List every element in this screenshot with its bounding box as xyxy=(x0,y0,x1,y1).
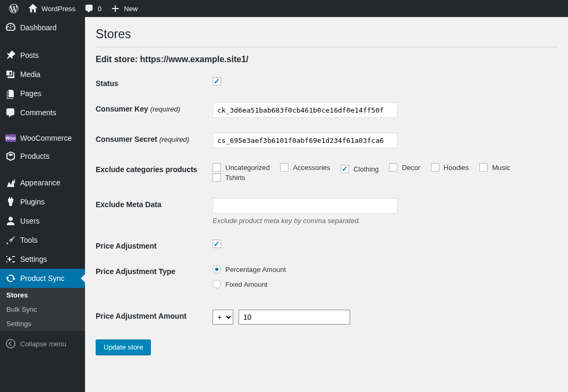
status-checkbox[interactable] xyxy=(213,77,221,86)
main-content: Stores Edit store: https://www.example.s… xyxy=(85,17,568,392)
page-icon xyxy=(5,88,16,99)
menu-media[interactable]: Media xyxy=(0,65,85,84)
price-adjustment-checkbox[interactable] xyxy=(213,240,221,248)
price-amount-label: Price Adjustment Amount xyxy=(96,310,213,320)
plugin-icon xyxy=(5,197,16,207)
woocommerce-icon: Woo xyxy=(5,134,16,142)
collapse-menu[interactable]: Collapse menu xyxy=(0,334,85,353)
svg-point-0 xyxy=(6,339,15,348)
products-icon xyxy=(5,151,16,161)
collapse-icon xyxy=(5,338,16,349)
update-store-button[interactable]: Update store xyxy=(96,339,151,355)
menu-label: Media xyxy=(20,70,40,79)
menu-tools[interactable]: Tools xyxy=(0,231,85,250)
price-adjustment-label: Price Adjustment xyxy=(96,240,213,250)
new-label: New xyxy=(124,5,138,13)
exclude-categories-field: Uncategorized Accessories Clothing Decor… xyxy=(213,163,557,183)
menu-label: Comments xyxy=(20,108,56,117)
consumer-secret-input[interactable] xyxy=(213,133,397,148)
exclude-categories-label: Exclude categories products xyxy=(96,163,213,174)
menu-users[interactable]: Users xyxy=(0,211,85,231)
exclude-meta-description: Exclude product meta key by comma separa… xyxy=(213,217,557,225)
cat-uncategorized-checkbox[interactable] xyxy=(213,163,221,172)
submenu-bulk-sync[interactable]: Bulk Sync xyxy=(0,302,85,317)
dashboard-icon xyxy=(5,22,16,33)
menu-woocommerce[interactable]: Woo WooCommerce xyxy=(0,130,85,147)
comments-count: 0 xyxy=(98,5,101,13)
price-amount-sign-select[interactable]: + xyxy=(213,310,233,325)
cat-music-checkbox[interactable] xyxy=(479,163,488,172)
menu-settings[interactable]: Settings xyxy=(0,250,85,269)
submenu-settings[interactable]: Settings xyxy=(0,317,85,331)
comment-icon xyxy=(84,3,95,14)
menu-label: Appearance xyxy=(20,178,61,187)
menu-posts[interactable]: Posts xyxy=(0,46,85,65)
admin-bar: WordPress 0 New xyxy=(0,0,568,17)
consumer-key-label: Consumer Key (required) xyxy=(96,103,213,113)
menu-comments[interactable]: Comments xyxy=(0,103,85,122)
cat-tshirts-checkbox[interactable] xyxy=(213,173,221,182)
page-subtitle: Edit store: https://www.example.site1/ xyxy=(96,55,557,64)
divider xyxy=(96,47,557,47)
product-sync-submenu: Stores Bulk Sync Settings xyxy=(0,288,85,331)
menu-pages[interactable]: Pages xyxy=(0,84,85,103)
exclude-meta-label: Exclude Meta Data xyxy=(96,198,213,209)
adminbar-comments[interactable]: 0 xyxy=(80,0,106,17)
menu-plugins[interactable]: Plugins xyxy=(0,192,85,211)
menu-products[interactable]: Products xyxy=(0,147,85,166)
menu-label: WooCommerce xyxy=(20,134,72,142)
submenu-stores[interactable]: Stores xyxy=(0,288,85,302)
menu-label: Dashboard xyxy=(20,23,57,32)
adminbar-wordpress-logo[interactable] xyxy=(4,0,23,17)
menu-label: Pages xyxy=(20,89,41,98)
cat-clothing-checkbox[interactable] xyxy=(341,165,349,173)
comment-icon xyxy=(5,107,16,118)
adminbar-site-name[interactable]: WordPress xyxy=(23,0,80,17)
site-name-text: WordPress xyxy=(41,5,75,13)
menu-label: Products xyxy=(20,152,49,160)
settings-icon xyxy=(5,254,16,265)
menu-label: Users xyxy=(20,217,40,225)
price-type-label: Price Adjustment Type xyxy=(96,265,213,276)
status-label: Status xyxy=(96,77,213,88)
menu-label: Tools xyxy=(20,236,38,244)
menu-product-sync[interactable]: Product Sync xyxy=(0,269,85,288)
menu-dashboard[interactable]: Dashboard xyxy=(0,17,85,38)
menu-label: Settings xyxy=(20,255,47,263)
pin-icon xyxy=(5,50,16,61)
cat-accessories-checkbox[interactable] xyxy=(280,163,289,172)
price-type-percentage-radio[interactable] xyxy=(213,265,221,274)
price-type-fixed-radio[interactable] xyxy=(213,280,221,288)
cat-decor-checkbox[interactable] xyxy=(389,163,397,172)
wordpress-icon xyxy=(9,3,19,14)
menu-label: Product Sync xyxy=(20,274,64,283)
price-amount-input[interactable] xyxy=(239,310,350,325)
menu-label: Plugins xyxy=(20,198,45,206)
collapse-label: Collapse menu xyxy=(20,340,66,348)
adminbar-new[interactable]: New xyxy=(106,0,142,17)
exclude-meta-input[interactable] xyxy=(213,198,397,214)
plus-icon xyxy=(110,3,121,14)
media-icon xyxy=(5,69,16,80)
menu-label: Posts xyxy=(20,51,39,59)
consumer-secret-label: Consumer Secret (required) xyxy=(96,133,213,143)
cat-hoodies-checkbox[interactable] xyxy=(431,163,439,172)
sync-icon xyxy=(5,273,16,284)
menu-appearance[interactable]: Appearance xyxy=(0,173,85,192)
user-icon xyxy=(5,216,16,226)
admin-sidebar: Dashboard Posts Media Pages Comments Woo… xyxy=(0,17,85,392)
page-title: Stores xyxy=(96,22,557,44)
consumer-key-input[interactable] xyxy=(213,103,397,118)
appearance-icon xyxy=(5,177,16,188)
home-icon xyxy=(28,3,38,14)
tools-icon xyxy=(5,235,16,245)
